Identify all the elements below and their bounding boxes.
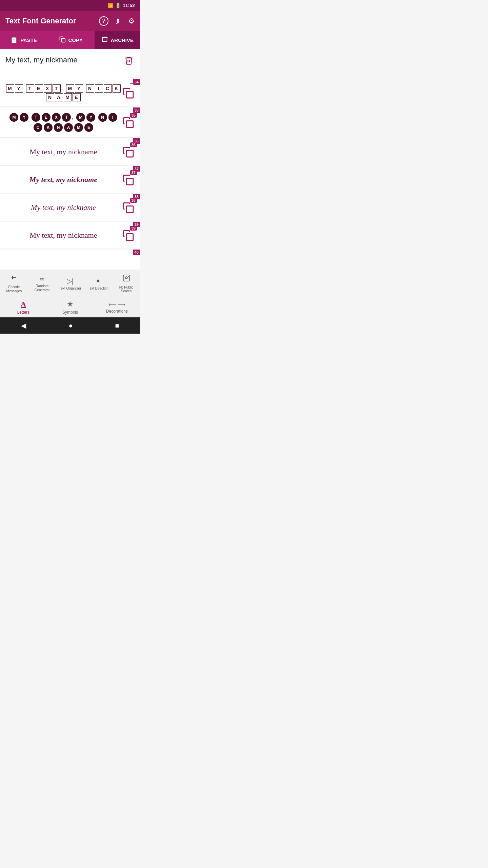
copy-button[interactable]: COPY bbox=[47, 31, 94, 49]
nav-symbols[interactable]: ★ Symbols bbox=[47, 296, 94, 317]
direction-icon: ✦ bbox=[95, 277, 101, 285]
random-icon: ∞ bbox=[40, 275, 44, 283]
copy-icon bbox=[59, 36, 66, 44]
decorations-label: Decorations bbox=[106, 309, 128, 314]
svg-rect-0 bbox=[61, 38, 65, 42]
status-time: 11:52 bbox=[123, 3, 135, 8]
nav-letters[interactable]: A Letters bbox=[0, 296, 47, 317]
font-item-35: 35 MY TEXT, MY NICKNAME 35 bbox=[0, 107, 140, 138]
copy-label: COPY bbox=[68, 37, 83, 43]
nav-organizer[interactable]: ▷| Text Organizer bbox=[56, 270, 84, 296]
font-item-40-partial: 40 bbox=[0, 250, 140, 270]
svg-point-15 bbox=[125, 277, 127, 279]
badge-37: 37 bbox=[130, 170, 137, 175]
app-header: Text Font Generator ? ⮭ ⚙ bbox=[0, 11, 140, 31]
font-text-38: My text, my nickname bbox=[5, 203, 121, 212]
archive-label: ARCHIVE bbox=[111, 37, 134, 43]
letters-label: Letters bbox=[17, 310, 30, 315]
svg-rect-7 bbox=[127, 150, 134, 157]
input-text[interactable]: My text, my nickname bbox=[5, 54, 123, 64]
svg-rect-10 bbox=[127, 234, 134, 240]
encode-icon bbox=[10, 274, 18, 284]
font-text-35: MY TEXT, MY NICKNAME bbox=[5, 112, 121, 133]
badge-39: 39 bbox=[130, 226, 137, 231]
back-button[interactable]: ◀ bbox=[13, 319, 34, 332]
copy-btn-34[interactable] bbox=[121, 85, 135, 100]
badge-35: 35 bbox=[130, 113, 137, 118]
clear-button[interactable] bbox=[123, 54, 135, 69]
letters-icon: A bbox=[21, 300, 26, 309]
copy-btn-35[interactable]: 35 bbox=[121, 115, 135, 130]
nav-encode[interactable]: EncodeMessages bbox=[0, 270, 28, 296]
symbols-icon: ★ bbox=[67, 300, 74, 309]
status-bar: 📶 🔋 11:52 bbox=[0, 0, 140, 11]
font-item-37: 37 My text, my nickname 37 bbox=[0, 166, 140, 193]
recent-button[interactable]: ■ bbox=[107, 319, 127, 332]
svg-rect-12 bbox=[14, 277, 16, 278]
bottom-nav-top: EncodeMessages ∞ RandomGenerator ▷| Text… bbox=[0, 270, 140, 296]
share-button[interactable]: ⮭ bbox=[115, 17, 122, 25]
nav-decorations[interactable]: ⟵ ⟶ Decorations bbox=[94, 296, 140, 317]
settings-button[interactable]: ⚙ bbox=[128, 17, 135, 25]
font-text-37: My text, my nickname bbox=[5, 175, 121, 184]
direction-label: Text Direction bbox=[88, 287, 109, 290]
paste-button[interactable]: 📋 PASTE bbox=[0, 31, 47, 49]
fb-label: Fb Public Search bbox=[114, 285, 139, 293]
font-item-39: 39 My text, my nickname 39 bbox=[0, 222, 140, 249]
item-badge-35: 35 bbox=[133, 107, 140, 113]
symbols-label: Symbols bbox=[62, 310, 78, 315]
svg-rect-14 bbox=[123, 275, 129, 281]
toolbar: 📋 PASTE COPY ARCHIVE bbox=[0, 31, 140, 49]
copy-btn-38[interactable]: 38 bbox=[121, 200, 135, 215]
nav-direction[interactable]: ✦ Text Direction bbox=[84, 270, 112, 296]
signal-icon: 📶 bbox=[108, 3, 113, 8]
input-area: My text, my nickname bbox=[0, 49, 140, 79]
system-nav-bar: ◀ ● ■ bbox=[0, 317, 140, 334]
badge-34 bbox=[130, 83, 137, 84]
battery-icon: 🔋 bbox=[115, 3, 121, 8]
status-icons: 📶 🔋 11:52 bbox=[108, 3, 135, 8]
copy-btn-37[interactable]: 37 bbox=[121, 172, 135, 187]
paste-label: PASTE bbox=[20, 37, 37, 43]
copy-icon-box-34 bbox=[121, 85, 135, 100]
svg-rect-5 bbox=[127, 92, 134, 98]
decorations-icon: ⟵ ⟶ bbox=[108, 301, 125, 308]
copy-btn-36[interactable]: 36 bbox=[121, 144, 135, 159]
archive-icon bbox=[101, 36, 108, 44]
header-icons: ? ⮭ ⚙ bbox=[99, 16, 135, 26]
font-item-38: 38 My text, my nickname 38 bbox=[0, 194, 140, 221]
random-label: RandomGenerator bbox=[35, 284, 50, 292]
copy-btn-39[interactable]: 39 bbox=[121, 228, 135, 243]
bottom-nav-bottom: A Letters ★ Symbols ⟵ ⟶ Decorations bbox=[0, 296, 140, 317]
font-text-34: MY TEXT, MY NICKNAME bbox=[5, 84, 121, 102]
svg-rect-1 bbox=[102, 37, 107, 38]
nav-fb[interactable]: Fb Public Search bbox=[112, 270, 140, 296]
app-title: Text Font Generator bbox=[5, 17, 99, 25]
font-item-36: 36 My text, my nickname 36 bbox=[0, 138, 140, 165]
item-badge-40: 40 bbox=[133, 250, 140, 255]
badge-36: 36 bbox=[130, 142, 137, 147]
svg-rect-9 bbox=[127, 206, 134, 213]
home-button[interactable]: ● bbox=[60, 319, 81, 332]
nav-random[interactable]: ∞ RandomGenerator bbox=[28, 270, 56, 296]
fb-icon bbox=[122, 274, 130, 284]
font-text-36: My text, my nickname bbox=[5, 147, 121, 156]
paste-icon: 📋 bbox=[10, 36, 18, 44]
svg-rect-6 bbox=[127, 121, 134, 128]
font-text-39: My text, my nickname bbox=[5, 231, 121, 240]
organizer-icon: ▷| bbox=[67, 277, 74, 285]
organizer-label: Text Organizer bbox=[59, 287, 81, 290]
font-item-34: 34 MY TEXT, MY NICKNAME bbox=[0, 79, 140, 107]
badge-38: 38 bbox=[130, 198, 137, 203]
encode-label: EncodeMessages bbox=[6, 285, 22, 293]
svg-rect-8 bbox=[127, 178, 134, 185]
archive-button[interactable]: ARCHIVE bbox=[95, 31, 141, 49]
help-button[interactable]: ? bbox=[99, 16, 108, 26]
font-list: 34 MY TEXT, MY NICKNAME 35 MY TEXT, MY N… bbox=[0, 79, 140, 270]
svg-rect-13 bbox=[12, 276, 13, 279]
